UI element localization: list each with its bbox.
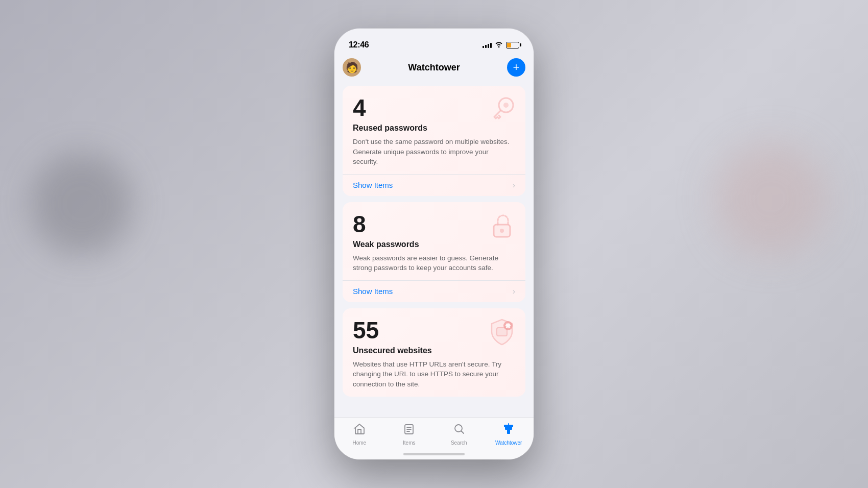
tab-home-label: Home bbox=[352, 440, 366, 446]
svg-point-3 bbox=[500, 229, 504, 233]
signal-icon bbox=[483, 42, 492, 48]
tab-search-label: Search bbox=[451, 440, 467, 446]
items-icon bbox=[403, 423, 415, 438]
lock-icon bbox=[487, 210, 517, 241]
reused-desc: Don't use the same password on multiple … bbox=[353, 137, 515, 167]
status-time: 12:46 bbox=[349, 40, 369, 50]
unsecured-title: Unsecured websites bbox=[353, 346, 515, 355]
page-title: Watchtower bbox=[408, 62, 460, 73]
weak-show-items-label: Show Items bbox=[353, 287, 393, 296]
tab-home[interactable]: Home bbox=[342, 423, 377, 446]
phone-frame: 12:46 🧑 Watchtower + bbox=[334, 29, 534, 459]
tab-watchtower[interactable]: Watchtower bbox=[491, 423, 526, 446]
nav-bar: 🧑 Watchtower + bbox=[334, 54, 534, 82]
weak-show-items[interactable]: Show Items › bbox=[343, 280, 525, 302]
svg-point-1 bbox=[503, 103, 509, 108]
tab-watchtower-label: Watchtower bbox=[495, 440, 522, 446]
tab-search[interactable]: Search bbox=[441, 423, 477, 446]
main-content: 4 Reused passwords Don't use the same pa… bbox=[334, 82, 534, 417]
home-icon bbox=[353, 423, 366, 438]
unsecured-websites-card: 55 Unsecured websites Websites that use … bbox=[343, 308, 525, 397]
weak-passwords-card: 8 Weak passwords Weak passwords are easi… bbox=[343, 202, 525, 302]
add-button[interactable]: + bbox=[507, 58, 525, 77]
bg-decoration-left bbox=[31, 153, 133, 255]
status-icons bbox=[483, 41, 519, 49]
reused-show-items-label: Show Items bbox=[353, 181, 393, 189]
bg-decoration-right bbox=[715, 143, 827, 255]
search-icon bbox=[453, 423, 465, 438]
reused-show-items[interactable]: Show Items › bbox=[343, 174, 525, 196]
wifi-icon bbox=[495, 41, 503, 49]
reused-title: Reused passwords bbox=[353, 124, 515, 133]
key-icon bbox=[487, 94, 517, 125]
tab-items-label: Items bbox=[403, 440, 415, 446]
watchtower-icon bbox=[502, 423, 515, 438]
weak-title: Weak passwords bbox=[353, 240, 515, 249]
reused-passwords-card: 4 Reused passwords Don't use the same pa… bbox=[343, 86, 525, 196]
avatar[interactable]: 🧑 bbox=[343, 58, 361, 77]
tab-items[interactable]: Items bbox=[391, 423, 427, 446]
unsecured-desc: Websites that use HTTP URLs aren't secur… bbox=[353, 359, 515, 389]
battery-icon bbox=[506, 42, 519, 48]
home-indicator bbox=[403, 453, 465, 455]
status-bar: 12:46 bbox=[334, 29, 534, 54]
reused-chevron-icon: › bbox=[513, 181, 515, 190]
weak-chevron-icon: › bbox=[513, 287, 515, 296]
weak-desc: Weak passwords are easier to guess. Gene… bbox=[353, 253, 515, 273]
shield-icon bbox=[487, 316, 517, 347]
